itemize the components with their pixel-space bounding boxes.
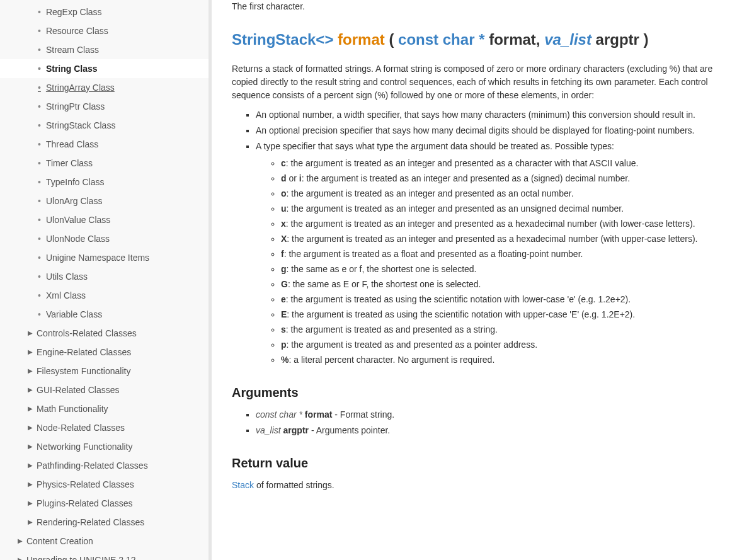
sidebar-item[interactable]: Upgrading to UNIGINE 2.12 (0, 551, 209, 560)
type-spec-item: f: the argument is treated as a float an… (281, 248, 731, 261)
sidebar-item[interactable]: RegExp Class (0, 3, 209, 21)
type-spec-item: %: a literal percent character. No argum… (281, 353, 731, 367)
param2-name: argptr (596, 31, 639, 48)
sidebar-item[interactable]: StringPtr Class (0, 97, 209, 116)
return-value-rest: of formatted strings. (254, 480, 334, 490)
argument-name: argptr (283, 425, 309, 435)
argument-item: va_list argptr - Arguments pointer. (256, 424, 731, 437)
spec-item: An optional number, a width specifier, t… (256, 108, 731, 122)
param1-name: format, (489, 31, 540, 48)
type-spec-key: g (281, 264, 287, 274)
type-spec-item: s: the argument is treated as and presen… (281, 323, 731, 336)
sidebar-item[interactable]: UlonNode Class (0, 229, 209, 248)
spec-item: A type specifier that says what type the… (256, 140, 731, 367)
type-spec-item: u: the argument is treated as an integer… (281, 202, 731, 215)
type-spec-key: G (281, 279, 288, 289)
sidebar-item[interactable]: Filesystem Functionality (0, 362, 209, 380)
stack-link[interactable]: Stack (232, 480, 254, 490)
sidebar-item[interactable]: Xml Class (0, 286, 209, 305)
sidebar-item[interactable]: Thread Class (0, 135, 209, 154)
type-spec-item: c: the argument is treated as an integer… (281, 157, 731, 170)
sidebar-item[interactable]: Node-Related Classes (0, 418, 209, 437)
argument-item: const char * format - Format string. (256, 408, 731, 421)
sidebar-item[interactable]: Math Functionality (0, 399, 209, 418)
sidebar-item[interactable]: Pathfinding-Related Classes (0, 456, 209, 475)
type-spec-text: : the argument is treated as using the s… (286, 294, 631, 304)
sidebar-item[interactable]: Stream Class (0, 40, 209, 59)
argument-desc: - Format string. (332, 409, 394, 420)
param2-type: va_list (544, 31, 591, 48)
type-spec-key: % (281, 355, 289, 365)
type-spec-text: : the argument is treated as and present… (287, 340, 537, 350)
type-spec-item: o: the argument is treated as an integer… (281, 187, 731, 200)
sidebar-item[interactable]: Unigine Namespace Items (0, 248, 209, 267)
sidebar-item[interactable]: UlonValue Class (0, 210, 209, 229)
argument-name: format (305, 409, 333, 420)
sidebar-item[interactable]: Variable Class (0, 305, 209, 324)
arguments-list: const char * format - Format string.va_l… (232, 408, 731, 437)
type-spec-text: : the argument is treated as and present… (286, 324, 498, 334)
type-spec-text: : the argument is treated as a float and… (284, 249, 583, 259)
main-content: The first character. StringStack<> forma… (212, 0, 737, 560)
sidebar: RegExp ClassResource ClassStream ClassSt… (0, 0, 212, 560)
type-spec-list: c: the argument is treated as an integer… (256, 157, 731, 367)
sidebar-item[interactable]: Engine-Related Classes (0, 343, 209, 362)
type-spec-key: s (281, 324, 286, 334)
argument-type: const char * (256, 409, 302, 420)
return-value-text: Stack of formatted strings. (232, 479, 731, 492)
type-spec-text: : the argument is treated as using the s… (287, 309, 635, 319)
sidebar-item[interactable]: Controls-Related Classes (0, 324, 209, 343)
paren-open: ( (389, 31, 394, 48)
type-spec-text: : the argument is treated as an integer … (286, 219, 695, 229)
type-spec-key: X (281, 234, 287, 244)
sidebar-item[interactable]: Rendering-Related Classes (0, 513, 209, 532)
type-spec-text: : the same as e or f, the shortest one i… (287, 264, 477, 274)
type-spec-key: d (281, 173, 287, 183)
sidebar-item[interactable]: Utils Class (0, 267, 209, 286)
sidebar-item[interactable]: Resource Class (0, 21, 209, 40)
type-spec-key: x (281, 219, 286, 229)
type-spec-text: : the argument is treated as an integer … (287, 203, 624, 214)
sidebar-item[interactable]: Physics-Related Classes (0, 475, 209, 494)
sidebar-item[interactable]: UlonArg Class (0, 191, 209, 210)
sidebar-item[interactable]: StringStack Class (0, 116, 209, 135)
argument-desc: - Arguments pointer. (309, 425, 390, 435)
type-spec-item: E: the argument is treated as using the … (281, 308, 731, 321)
argument-type: va_list (256, 425, 281, 435)
function-name: format (338, 31, 385, 48)
type-spec-item: g: the same as e or f, the shortest one … (281, 263, 731, 276)
type-spec-text: : the argument is treated as an integer … (286, 158, 639, 168)
type-spec-key: p (281, 340, 287, 350)
type-spec-text: : the argument is treated as an integer … (302, 173, 630, 183)
sidebar-item[interactable]: String Class (0, 59, 209, 78)
sidebar-item[interactable]: TypeInfo Class (0, 173, 209, 191)
spec-item-text: A type specifier that says what type the… (256, 141, 614, 151)
sidebar-item[interactable]: GUI-Related Classes (0, 380, 209, 399)
type-spec-key: E (281, 309, 287, 319)
type-spec-item: p: the argument is treated as and presen… (281, 338, 731, 351)
type-spec-key: e (281, 294, 286, 304)
type-spec-item: d or i: the argument is treated as an in… (281, 172, 731, 185)
type-spec-item: G: the same as E or F, the shortest one … (281, 278, 731, 291)
spec-item: An optional precision specifier that say… (256, 124, 731, 137)
sidebar-item[interactable]: Content Creation (0, 532, 209, 551)
paren-close: ) (644, 31, 649, 48)
type-spec-key: u (281, 203, 287, 214)
sidebar-item[interactable]: Timer Class (0, 154, 209, 173)
type-spec-mid: or (287, 173, 299, 183)
intro-fragment: The first character. (232, 0, 731, 13)
type-spec-key: c (281, 158, 286, 168)
sidebar-item[interactable]: Plugins-Related Classes (0, 494, 209, 513)
type-spec-text: : the same as E or F, the shortest one i… (288, 279, 481, 289)
sidebar-item[interactable]: Networking Functionality (0, 437, 209, 456)
type-spec-text: : the argument is treated as an integer … (287, 234, 697, 244)
param1-type: const char * (398, 31, 484, 48)
type-spec-item: x: the argument is treated as an integer… (281, 217, 731, 231)
return-value-heading: Return value (232, 454, 731, 472)
sidebar-item[interactable]: StringArray Class (0, 78, 209, 97)
spec-list: An optional number, a width specifier, t… (232, 108, 731, 367)
type-spec-key: o (281, 188, 287, 198)
return-type: StringStack<> (232, 31, 333, 48)
type-spec-text: : the argument is treated as an integer … (287, 188, 574, 198)
type-spec-item: X: the argument is treated as an integer… (281, 232, 731, 246)
